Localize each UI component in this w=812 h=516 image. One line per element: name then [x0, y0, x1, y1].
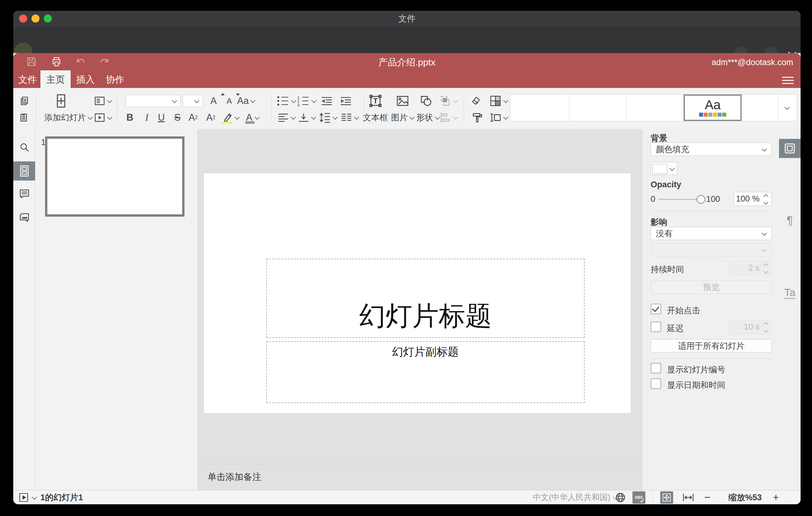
show-date-checkbox[interactable]: [651, 378, 661, 389]
numbered-list-button[interactable]: 1 2 3: [296, 94, 317, 108]
decrease-indent-button[interactable]: [319, 94, 335, 108]
slide-canvas[interactable]: 幻灯片标题 幻灯片副标题: [198, 129, 642, 490]
theme-thumbnail-selected[interactable]: Aa: [684, 94, 742, 121]
bullet-list-button[interactable]: [276, 94, 297, 108]
effect-select[interactable]: 没有: [651, 227, 772, 240]
zoom-out-button[interactable]: −: [704, 490, 710, 504]
delay-checkbox[interactable]: [651, 322, 661, 332]
font-name-input[interactable]: [125, 95, 181, 107]
textbox-button[interactable]: T: [361, 94, 390, 108]
add-slide-button[interactable]: [52, 94, 70, 108]
theme-thumbnail[interactable]: [627, 94, 684, 121]
copy-button[interactable]: [18, 94, 31, 108]
font-size-input[interactable]: [183, 95, 203, 107]
title-placeholder[interactable]: 幻灯片标题: [266, 259, 585, 338]
columns-button[interactable]: [339, 111, 361, 124]
theme-thumbnail[interactable]: [510, 94, 569, 121]
italic-button[interactable]: I: [140, 111, 154, 124]
start-slideshow-button[interactable]: [93, 111, 113, 124]
increase-font-button[interactable]: A: [206, 94, 221, 108]
spinner-arrows-icon: [764, 322, 768, 333]
subscript-button[interactable]: A2: [203, 111, 219, 124]
background-fill-select[interactable]: 颜色填充: [651, 143, 772, 156]
align-objects-button[interactable]: [437, 111, 459, 124]
slide-layout-button[interactable]: [93, 94, 113, 108]
slide-subtitle-text[interactable]: 幻灯片副标题: [392, 342, 459, 360]
start-on-click-checkbox[interactable]: [651, 304, 661, 314]
theme-thumbnail[interactable]: [569, 94, 627, 121]
opacity-spinner[interactable]: 100 %: [734, 192, 772, 206]
fit-to-slide-button[interactable]: [660, 490, 673, 504]
tab-collaboration[interactable]: 协作: [103, 70, 127, 88]
opacity-slider-knob[interactable]: [697, 195, 705, 204]
opacity-slider-track[interactable]: [658, 199, 701, 200]
line-spacing-button[interactable]: [317, 111, 339, 124]
language-selector[interactable]: 中文(中华人民共和国): [533, 490, 618, 504]
rail-textart-settings-button[interactable]: Ta: [779, 283, 801, 303]
menu-icon[interactable]: [782, 75, 794, 83]
vertical-align-button[interactable]: [296, 111, 317, 124]
start-slideshow-status-button[interactable]: [19, 490, 37, 504]
bullet-list-icon: [277, 95, 289, 107]
zoom-in-button[interactable]: +: [773, 490, 779, 504]
rail-shape-settings-button[interactable]: [779, 163, 801, 182]
rail-paragraph-settings-button[interactable]: ¶: [779, 211, 801, 230]
fit-to-width-button[interactable]: [682, 490, 694, 504]
slide-thumbnail-selected[interactable]: [45, 136, 184, 217]
slideshow-icon: [94, 112, 106, 123]
rail-table-settings-button[interactable]: [779, 235, 801, 254]
change-case-icon: Aa: [237, 95, 249, 107]
chevron-down-icon: [503, 114, 509, 120]
subtitle-placeholder[interactable]: 幻灯片副标题: [266, 341, 585, 403]
spinner-arrows-icon[interactable]: [764, 194, 768, 205]
chevron-down-icon: [669, 166, 675, 171]
superscript-button[interactable]: A2: [185, 111, 201, 124]
spinner-arrows-icon: [764, 263, 768, 274]
slide-editor[interactable]: 幻灯片标题 幻灯片副标题: [204, 173, 631, 413]
insert-image-button[interactable]: [390, 94, 415, 108]
spellcheck-button[interactable]: ABC: [633, 490, 645, 504]
sidebar-chat-button[interactable]: [13, 209, 35, 228]
show-slide-number-checkbox[interactable]: [651, 363, 661, 373]
set-language-button[interactable]: [615, 490, 626, 504]
notes-area[interactable]: 单击添加备注: [198, 464, 642, 490]
rail-chart-settings-button[interactable]: [779, 259, 801, 278]
sidebar-slides-button[interactable]: [13, 162, 35, 180]
tab-insert[interactable]: 插入: [74, 70, 97, 88]
close-icon[interactable]: [785, 49, 799, 53]
duration-spinner: 2 s: [729, 261, 772, 275]
underline-button[interactable]: U: [154, 111, 168, 124]
rail-slide-settings-button[interactable]: [779, 139, 801, 158]
slide-title-text[interactable]: 幻灯片标题: [359, 298, 492, 337]
arrange-button[interactable]: [437, 94, 459, 108]
tab-home[interactable]: 主页: [40, 70, 71, 88]
tab-file[interactable]: 文件: [16, 70, 39, 88]
change-case-button[interactable]: Aa: [234, 94, 258, 108]
add-slide-label: 添加幻灯片: [45, 112, 86, 123]
select-tool-button[interactable]: [468, 94, 487, 108]
zoom-value[interactable]: 缩放%53: [727, 490, 763, 504]
apply-to-all-button[interactable]: 适用于所有幻灯片: [651, 339, 772, 352]
copy-style-button[interactable]: [468, 111, 487, 124]
avatar: [14, 42, 32, 53]
sidebar-comments-button[interactable]: [13, 184, 35, 204]
horizontal-align-button[interactable]: [276, 111, 297, 124]
slide-size-button[interactable]: [486, 111, 511, 124]
theme-thumbnail[interactable]: [742, 94, 778, 121]
rail-image-settings-button[interactable]: [779, 187, 801, 206]
highlight-color-button[interactable]: [219, 111, 241, 124]
add-slide-dropdown[interactable]: 添加幻灯片: [43, 111, 94, 124]
account-email[interactable]: adm***@dootask.com: [712, 53, 793, 70]
background-color-picker[interactable]: [651, 162, 677, 175]
theme-gallery-expand[interactable]: [778, 94, 796, 121]
columns-icon: [341, 112, 352, 123]
bold-button[interactable]: B: [123, 111, 137, 124]
insert-shape-button[interactable]: [414, 94, 439, 108]
increase-indent-button[interactable]: [338, 94, 354, 108]
paste-button[interactable]: [18, 111, 31, 124]
strikethrough-button[interactable]: S: [171, 111, 184, 124]
sidebar-search-button[interactable]: [13, 138, 35, 157]
color-scheme-button[interactable]: [486, 94, 511, 108]
font-color-button[interactable]: A: [242, 111, 263, 124]
notes-placeholder[interactable]: 单击添加备注: [208, 471, 261, 483]
